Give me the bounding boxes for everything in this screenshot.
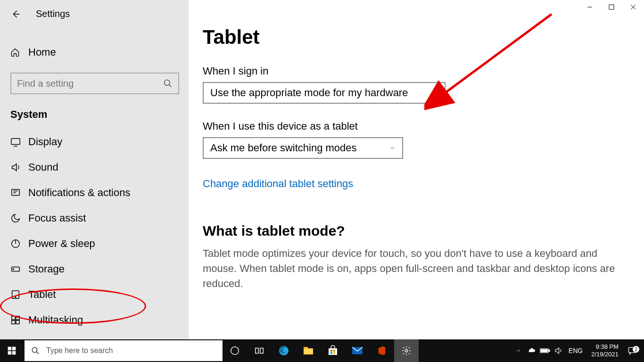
start-button[interactable] bbox=[0, 339, 24, 362]
multitasking-icon bbox=[10, 315, 21, 325]
search-icon bbox=[31, 346, 40, 355]
display-icon bbox=[10, 137, 21, 147]
sidebar-item-label: Power & sleep bbox=[28, 238, 95, 250]
tablet-use-select-value: Ask me before switching modes bbox=[210, 142, 357, 154]
tray-language[interactable]: ENG bbox=[565, 347, 586, 354]
sidebar-item-label: Focus assist bbox=[28, 212, 86, 224]
tray-time: 9:38 PM bbox=[591, 343, 619, 351]
focus-icon bbox=[10, 213, 21, 223]
action-center-icon[interactable]: 2 bbox=[623, 346, 641, 355]
tray-date: 2/19/2021 bbox=[591, 351, 619, 358]
svg-rect-26 bbox=[304, 347, 308, 349]
svg-rect-19 bbox=[12, 351, 16, 355]
svg-rect-36 bbox=[541, 349, 547, 352]
system-tray: ENG 9:38 PM 2/19/2021 2 bbox=[512, 339, 644, 362]
svg-rect-2 bbox=[12, 189, 20, 196]
tablet-icon bbox=[10, 289, 21, 300]
app-title: Settings bbox=[36, 8, 70, 19]
svg-rect-1 bbox=[11, 139, 20, 145]
svg-rect-30 bbox=[330, 352, 332, 354]
sidebar-item-label: Sound bbox=[28, 161, 58, 173]
svg-rect-11 bbox=[16, 321, 19, 324]
content-area: Tablet When I sign in Use the appropriat… bbox=[189, 0, 644, 339]
sidebar-item-label: Display bbox=[28, 136, 62, 148]
taskbar: Type here to search ENG 9:38 PM 2/19/202… bbox=[0, 339, 644, 362]
sidebar-item-label: Storage bbox=[28, 263, 65, 275]
office-icon[interactable] bbox=[370, 339, 394, 362]
task-view-icon[interactable] bbox=[247, 339, 272, 362]
sidebar-item-label: Multitasking bbox=[28, 314, 83, 326]
svg-rect-27 bbox=[329, 348, 337, 355]
taskbar-search[interactable]: Type here to search bbox=[25, 340, 223, 361]
sidebar-item-storage[interactable]: Storage bbox=[0, 256, 189, 282]
tray-overflow-icon[interactable] bbox=[512, 339, 525, 362]
sidebar-item-multitasking[interactable]: Multitasking bbox=[0, 307, 189, 333]
svg-rect-29 bbox=[333, 350, 335, 352]
back-icon[interactable] bbox=[10, 9, 21, 19]
search-input-wrap[interactable] bbox=[10, 73, 179, 94]
sidebar-item-notifications[interactable]: Notifications & actions bbox=[0, 180, 189, 206]
svg-rect-9 bbox=[16, 316, 19, 320]
signin-select[interactable]: Use the appropriate mode for my hardware bbox=[203, 82, 446, 104]
settings-sidebar: Settings Home System Display Sound Notif… bbox=[0, 0, 189, 339]
additional-settings-link[interactable]: Change additional tablet settings bbox=[203, 178, 353, 190]
battery-icon[interactable] bbox=[538, 339, 552, 362]
svg-rect-25 bbox=[304, 348, 313, 354]
svg-rect-31 bbox=[333, 352, 335, 354]
chevron-down-icon bbox=[389, 145, 396, 151]
sidebar-item-display[interactable]: Display bbox=[0, 129, 189, 155]
svg-point-7 bbox=[15, 297, 16, 298]
onedrive-icon[interactable] bbox=[525, 339, 538, 362]
sidebar-item-tablet[interactable]: Tablet bbox=[0, 282, 189, 307]
explorer-icon[interactable] bbox=[296, 339, 321, 362]
tablet-use-label: When I use this device as a tablet bbox=[203, 120, 625, 132]
svg-rect-22 bbox=[256, 348, 258, 354]
sidebar-home[interactable]: Home bbox=[0, 41, 189, 64]
mail-icon[interactable] bbox=[345, 339, 370, 362]
notifications-icon bbox=[10, 188, 21, 198]
signin-label: When I sign in bbox=[203, 65, 625, 77]
signin-select-value: Use the appropriate mode for my hardware bbox=[210, 87, 408, 99]
close-button[interactable] bbox=[622, 0, 644, 14]
tray-clock[interactable]: 9:38 PM 2/19/2021 bbox=[586, 343, 623, 358]
search-input[interactable] bbox=[17, 78, 163, 89]
search-icon bbox=[163, 79, 173, 88]
sidebar-group-system: System bbox=[0, 94, 189, 129]
chevron-down-icon bbox=[431, 90, 438, 96]
tablet-use-select[interactable]: Ask me before switching modes bbox=[203, 137, 403, 159]
window-controls bbox=[579, 0, 644, 14]
volume-icon[interactable] bbox=[552, 339, 565, 362]
sidebar-item-power-sleep[interactable]: Power & sleep bbox=[0, 231, 189, 256]
svg-rect-28 bbox=[330, 350, 332, 352]
svg-rect-23 bbox=[260, 348, 263, 354]
svg-rect-18 bbox=[8, 351, 12, 355]
sidebar-item-sound[interactable]: Sound bbox=[0, 155, 189, 180]
svg-point-21 bbox=[231, 347, 239, 355]
svg-rect-17 bbox=[12, 347, 16, 351]
svg-rect-16 bbox=[8, 347, 12, 351]
svg-rect-8 bbox=[12, 316, 15, 320]
sidebar-item-focus-assist[interactable]: Focus assist bbox=[0, 206, 189, 231]
maximize-button[interactable] bbox=[601, 0, 622, 14]
info-heading: What is tablet mode? bbox=[203, 223, 625, 239]
info-description: Tablet mode optimizes your device for to… bbox=[203, 246, 625, 291]
minimize-button[interactable] bbox=[579, 0, 601, 14]
svg-rect-10 bbox=[12, 321, 15, 324]
taskbar-search-placeholder: Type here to search bbox=[46, 346, 113, 355]
svg-point-33 bbox=[405, 349, 408, 352]
page-title: Tablet bbox=[203, 26, 625, 49]
settings-taskbar-icon[interactable] bbox=[394, 339, 419, 362]
svg-rect-35 bbox=[548, 350, 550, 351]
storage-icon bbox=[10, 264, 21, 274]
svg-point-0 bbox=[165, 80, 170, 86]
home-label: Home bbox=[28, 46, 56, 58]
home-icon bbox=[10, 48, 20, 57]
sidebar-item-label: Tablet bbox=[28, 288, 56, 301]
svg-point-5 bbox=[13, 269, 14, 270]
sound-icon bbox=[10, 162, 21, 173]
cortana-icon[interactable] bbox=[223, 339, 247, 362]
store-icon[interactable] bbox=[321, 339, 345, 362]
edge-icon[interactable] bbox=[272, 339, 296, 362]
svg-point-20 bbox=[32, 347, 37, 353]
svg-rect-13 bbox=[609, 5, 614, 9]
